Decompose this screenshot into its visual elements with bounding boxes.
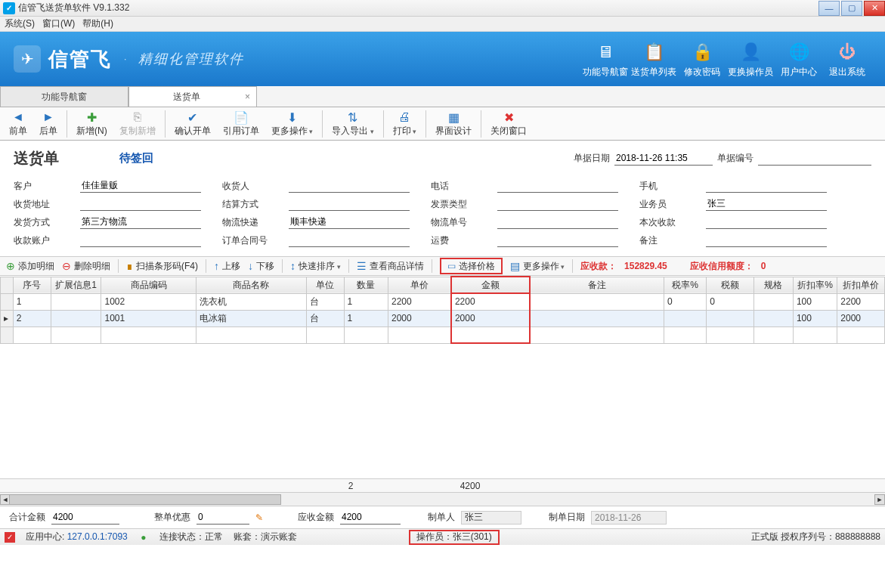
sales-input[interactable]: [706, 197, 827, 211]
quick-sort-button[interactable]: ↕快速排序: [290, 260, 341, 273]
document-icon: 📄: [234, 110, 249, 125]
pay-input[interactable]: [706, 215, 827, 229]
edit-discount-icon[interactable]: ✎: [255, 512, 263, 523]
remark-input[interactable]: [706, 234, 827, 247]
col-name[interactable]: 商品名称: [196, 277, 306, 293]
scan-barcode-button[interactable]: ∎扫描条形码(F4): [126, 260, 198, 273]
doc-date-input[interactable]: [614, 152, 713, 166]
contract-input[interactable]: [289, 234, 410, 247]
banner-operator-button[interactable]: 👤更换操作员: [726, 40, 775, 79]
col-ext[interactable]: 扩展信息1: [51, 277, 101, 293]
customer-input[interactable]: [80, 179, 201, 193]
banner-list-button[interactable]: 📋送货单列表: [630, 40, 678, 79]
menu-help[interactable]: 帮助(H): [82, 17, 113, 30]
close-icon: ✖: [504, 110, 514, 125]
monitor-icon: 🖥: [593, 40, 617, 64]
quote-order-button[interactable]: 📄引用订单: [217, 109, 265, 139]
mobile-input[interactable]: [706, 179, 827, 193]
confirm-button[interactable]: ✔确认开单: [169, 109, 217, 139]
acct-input[interactable]: [80, 234, 201, 247]
brand-name: 信管飞: [48, 46, 112, 73]
close-window-button[interactable]: ✖关闭窗口: [484, 109, 533, 139]
banner-user-center-button[interactable]: 🌐用户中心: [775, 40, 823, 79]
addr-input[interactable]: [80, 197, 201, 211]
more-detail-ops-button[interactable]: ▤更多操作: [510, 260, 565, 273]
new-button[interactable]: ✚新增(N): [70, 109, 113, 139]
menu-system[interactable]: 系统(S): [5, 17, 35, 30]
col-taxr[interactable]: 税率%: [664, 277, 706, 293]
delete-detail-button[interactable]: ⊖删除明细: [62, 260, 110, 273]
add-detail-button[interactable]: ⊕添加明细: [6, 260, 54, 273]
maker-label: 制单人: [428, 511, 455, 524]
discount-input[interactable]: [196, 511, 249, 525]
col-remark[interactable]: 备注: [530, 277, 664, 293]
close-button[interactable]: ✕: [864, 1, 885, 16]
courier-input[interactable]: [289, 215, 410, 229]
table-row-empty: [1, 326, 885, 343]
status-bar: ✓ 应用中心: 127.0.0.1:7093 ● 连接状态：正常 账套：演示账套…: [0, 528, 885, 545]
tab-nav[interactable]: 功能导航窗: [0, 86, 128, 107]
book-label: 账套：: [234, 531, 261, 542]
select-price-button[interactable]: ▭选择价格: [440, 258, 503, 274]
banner-password-button[interactable]: 🔒修改密码: [678, 40, 726, 79]
brand-dot: ·: [124, 54, 126, 64]
toolbar: ◄前单 ►后单 ✚新增(N) ⎘复制新增 ✔确认开单 📄引用订单 ⬇更多操作 ⇅…: [0, 107, 885, 141]
next-doc-button[interactable]: ►后单: [33, 109, 63, 139]
banner-nav-button[interactable]: 🖥功能导航窗: [581, 40, 630, 79]
view-product-detail-button[interactable]: ☰查看商品详情: [357, 260, 424, 273]
receiver-input[interactable]: [289, 179, 410, 193]
ship-input[interactable]: [80, 215, 201, 229]
prev-doc-button[interactable]: ◄前单: [3, 109, 33, 139]
doc-no-input[interactable]: [758, 152, 871, 166]
col-amt[interactable]: 金额: [451, 277, 530, 293]
move-up-button[interactable]: ↑上移: [214, 260, 240, 273]
col-qty[interactable]: 数量: [344, 277, 388, 293]
scroll-right-icon[interactable]: ►: [874, 494, 885, 505]
design-button[interactable]: ▦界面设计: [429, 109, 478, 139]
minimize-button[interactable]: —: [818, 1, 840, 16]
col-tax[interactable]: 税额: [707, 277, 754, 293]
conn-label: 连接状态：: [159, 531, 205, 542]
col-unit[interactable]: 单位: [306, 277, 344, 293]
move-down-button[interactable]: ↓下移: [248, 260, 274, 273]
tab-close-icon[interactable]: ×: [245, 91, 250, 102]
customer-label: 客户: [14, 180, 59, 193]
total-amount-input[interactable]: [51, 511, 119, 525]
table-row[interactable]: 1 1002 洗衣机 台 1 2200 2200 0 0 100 2200: [1, 293, 885, 310]
settle-input[interactable]: [289, 197, 410, 211]
scroll-thumb[interactable]: [9, 494, 281, 505]
tab-delivery[interactable]: 送货单×: [128, 86, 257, 107]
col-price[interactable]: 单价: [388, 277, 451, 293]
col-discp[interactable]: 折扣单价: [837, 277, 885, 293]
connection-ok-icon: ●: [138, 532, 149, 543]
print-button[interactable]: 🖨打印: [387, 109, 423, 139]
receivable-input[interactable]: [340, 511, 401, 525]
trackno-input[interactable]: [497, 215, 618, 229]
ship-label: 发货方式: [14, 216, 59, 229]
horizontal-scrollbar[interactable]: ◄ ►: [0, 492, 885, 506]
arrow-left-icon: ◄: [12, 110, 24, 125]
globe-icon: 🌐: [787, 40, 811, 64]
more-ops-button[interactable]: ⬇更多操作: [265, 109, 320, 139]
menu-window[interactable]: 窗口(W): [42, 17, 75, 30]
col-seq[interactable]: 序号: [13, 277, 51, 293]
col-discr[interactable]: 折扣率%: [793, 277, 837, 293]
invoice-input[interactable]: [497, 197, 618, 211]
banner-exit-button[interactable]: ⏻退出系统: [823, 40, 871, 79]
col-code[interactable]: 商品编码: [101, 277, 196, 293]
app-center-link[interactable]: 127.0.0.1:7093: [67, 531, 128, 542]
phone-input[interactable]: [497, 179, 618, 193]
check-icon: ✔: [187, 110, 197, 125]
menu-bar: 系统(S) 窗口(W) 帮助(H): [0, 17, 885, 32]
table-row[interactable]: ▸ 2 1001 电冰箱 台 1 2000 2000 100 2000: [1, 310, 885, 326]
lock-icon: 🔒: [690, 40, 714, 64]
row-indicator-icon: ▸: [1, 310, 14, 326]
data-grid[interactable]: 序号 扩展信息1 商品编码 商品名称 单位 数量 单价 金额 备注 税率% 税额…: [0, 276, 885, 478]
copy-new-button[interactable]: ⎘复制新增: [113, 109, 162, 139]
freight-input[interactable]: [497, 234, 618, 247]
power-icon: ⏻: [835, 40, 859, 64]
col-spec[interactable]: 规格: [753, 277, 793, 293]
import-export-button[interactable]: ⇅导入导出: [326, 109, 380, 139]
maximize-button[interactable]: ▢: [841, 1, 862, 16]
freight-label: 运费: [431, 234, 476, 247]
